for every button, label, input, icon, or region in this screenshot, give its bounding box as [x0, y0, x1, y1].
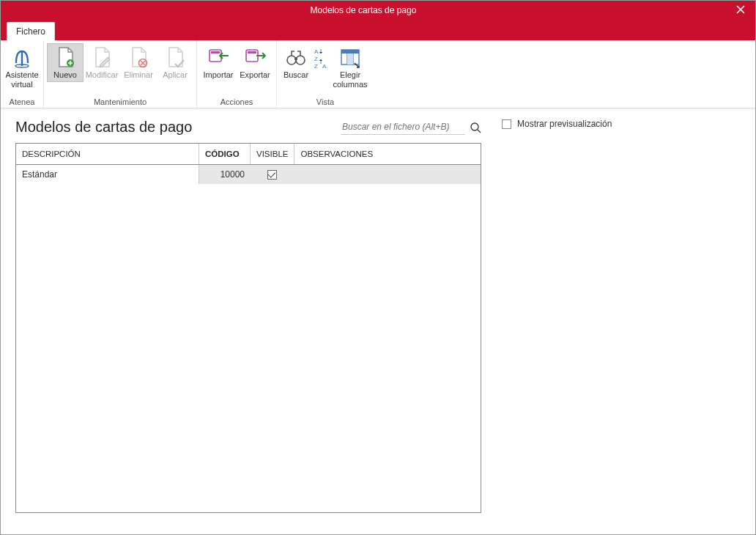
ribbon: Asistente virtual Atenea Nuevo Modificar — [1, 40, 755, 108]
ribbon-group-view-label: Vista — [280, 97, 371, 108]
import-icon — [207, 45, 230, 69]
cell-descripcion: Estándar — [16, 165, 199, 184]
svg-text:Z: Z — [314, 56, 318, 62]
close-button[interactable] — [726, 1, 755, 20]
title-bar: Modelos de cartas de pago — [1, 1, 755, 20]
delete-button[interactable]: Eliminar — [120, 43, 157, 82]
delete-label: Eliminar — [124, 70, 153, 80]
modify-doc-icon — [90, 45, 114, 69]
import-button[interactable]: Importar — [200, 43, 237, 82]
ribbon-group-atenea-label: Atenea — [4, 97, 40, 108]
new-button[interactable]: Nuevo — [47, 43, 84, 82]
svg-rect-6 — [248, 51, 256, 54]
ribbon-group-vista: Buscar AZZA Elegir columnas Vista — [277, 40, 374, 108]
choose-columns-button[interactable]: Elegir columnas — [330, 43, 371, 91]
assistant-icon — [10, 45, 34, 69]
svg-text:A: A — [322, 63, 327, 69]
grid-header: DESCRIPCIÓN CÓDIGO VISIBLE OBSERVACIONES — [16, 144, 481, 165]
export-label: Exportar — [240, 70, 270, 80]
show-preview-label: Mostrar previsualización — [517, 119, 612, 129]
close-icon — [736, 4, 745, 17]
ribbon-group-maint-label: Mantenimiento — [47, 97, 193, 108]
data-grid[interactable]: DESCRIPCIÓN CÓDIGO VISIBLE OBSERVACIONES… — [15, 143, 481, 513]
svg-text:Z: Z — [314, 63, 318, 69]
page-title: Modelos de cartas de pago — [15, 119, 192, 136]
col-header-descripcion[interactable]: DESCRIPCIÓN — [16, 144, 199, 164]
import-label: Importar — [204, 70, 234, 80]
apply-doc-icon — [163, 45, 187, 69]
search-wrap — [341, 119, 481, 135]
show-preview-checkbox[interactable]: Mostrar previsualización — [502, 119, 745, 129]
columns-icon — [338, 45, 362, 69]
ribbon-group-actions-label: Acciones — [200, 97, 273, 108]
col-header-visible[interactable]: VISIBLE — [251, 144, 294, 164]
table-row[interactable]: Estándar 10000 — [16, 165, 481, 184]
new-doc-icon — [53, 45, 77, 69]
choose-columns-label: Elegir columnas — [333, 70, 367, 89]
apply-label: Aplicar — [163, 70, 188, 80]
sort-icon: AZZA — [314, 45, 328, 69]
content-area: Modelos de cartas de pago DESCRIPCIÓN CÓ… — [1, 108, 755, 534]
binoculars-icon — [284, 45, 308, 69]
assistant-button[interactable]: Asistente virtual — [4, 43, 40, 91]
col-header-codigo[interactable]: CÓDIGO — [199, 144, 251, 164]
window-title: Modelos de cartas de pago — [1, 5, 726, 15]
ribbon-group-atenea: Asistente virtual Atenea — [1, 40, 44, 108]
svg-point-17 — [471, 123, 478, 130]
tab-fichero[interactable]: Fichero — [7, 22, 55, 40]
right-pane: Mostrar previsualización — [492, 108, 755, 534]
checkbox-icon — [502, 119, 511, 129]
apply-button[interactable]: Aplicar — [157, 43, 193, 82]
delete-doc-icon — [127, 45, 150, 69]
search-input[interactable] — [341, 119, 465, 135]
svg-rect-16 — [347, 54, 353, 64]
export-button[interactable]: Exportar — [237, 43, 273, 82]
sort-button[interactable]: AZZA — [312, 43, 330, 73]
checkmark-icon — [267, 170, 277, 180]
svg-rect-15 — [341, 50, 359, 54]
left-pane: Modelos de cartas de pago DESCRIPCIÓN CÓ… — [1, 108, 492, 534]
svg-text:A: A — [314, 48, 319, 55]
svg-rect-4 — [211, 51, 220, 54]
ribbon-group-acciones: Importar Exportar Acciones — [197, 40, 277, 108]
new-label: Nuevo — [53, 70, 77, 80]
tab-strip: Fichero — [1, 20, 755, 40]
modify-button[interactable]: Modificar — [84, 43, 120, 82]
find-button[interactable]: Buscar — [280, 43, 312, 82]
search-icon[interactable] — [470, 122, 481, 133]
modify-label: Modificar — [86, 70, 119, 80]
cell-codigo: 10000 — [199, 165, 251, 184]
find-label: Buscar — [284, 70, 308, 80]
export-icon — [243, 45, 267, 69]
svg-rect-9 — [294, 57, 297, 60]
assistant-label: Asistente virtual — [5, 70, 38, 89]
cell-observaciones — [293, 165, 481, 184]
ribbon-group-mantenimiento: Nuevo Modificar Eliminar Aplicar — [44, 40, 197, 108]
col-header-observaciones[interactable]: OBSERVACIONES — [294, 144, 481, 164]
cell-visible — [251, 165, 293, 184]
